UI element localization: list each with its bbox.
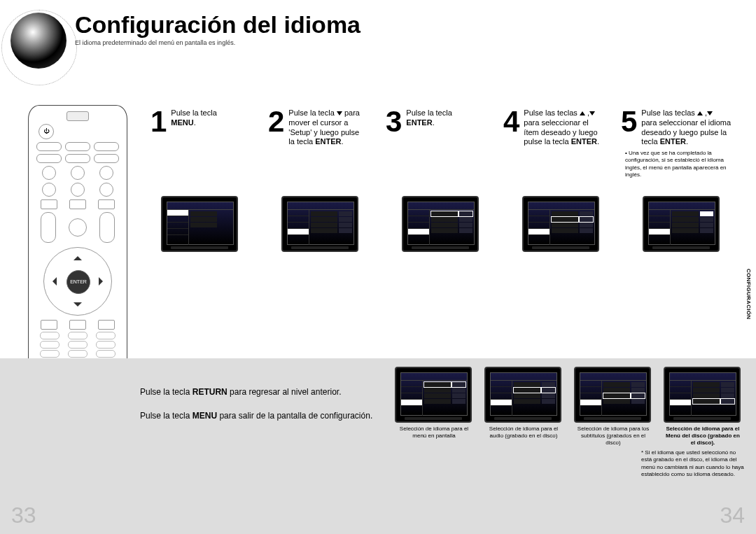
page-subtitle: El idioma predeterminado del menú en pan…	[75, 39, 360, 46]
lower-thumb-2: Selección de idioma para el audio (graba…	[484, 367, 563, 447]
step-1-text: Pulse la teclaMENU.	[171, 108, 216, 128]
step-5-text: Pulse las teclas ,para seleccionar el id…	[641, 108, 731, 147]
return-menu-tips: Pulse la tecla RETURN para regresar al n…	[140, 381, 372, 428]
remote-power-button: ⏻	[38, 124, 54, 139]
lower-thumb-4: Selección de idioma para el Menú del dis…	[664, 367, 742, 447]
step-2: 2 Pulse la tecla paramover el cursor a'S…	[268, 108, 380, 179]
step-2-text: Pulse la tecla paramover el cursor a'Set…	[288, 108, 360, 147]
steps-row: 1 Pulse la teclaMENU. 2 Pulse la tecla p…	[150, 108, 749, 179]
up-arrow-icon	[580, 111, 585, 115]
caption-1: Selección de idioma para el menú en pant…	[395, 426, 473, 440]
caption-3: Selección de idioma para los subtítulos …	[574, 426, 652, 447]
remote-dpad: ENTER	[43, 247, 112, 316]
step-thumbnails	[161, 196, 720, 252]
tip-return: Pulse la tecla RETURN para regresar al n…	[140, 381, 372, 405]
page-number-left: 33	[11, 503, 36, 528]
page-number-right: 34	[720, 503, 745, 528]
lower-thumb-1: Selección de idioma para el menú en pant…	[395, 367, 473, 447]
section-tab: CONFIGURACIÓN	[746, 269, 752, 319]
caption-2: Selección de idioma para el audio (graba…	[484, 426, 563, 440]
tv-thumb-1	[161, 196, 238, 252]
up-arrow-icon	[697, 111, 703, 115]
lower-footnote: Si el idioma que usted seleccionó no est…	[641, 449, 748, 479]
step-5: 5 Pulse las teclas ,para seleccionar el …	[621, 108, 737, 179]
lower-thumb-3: Selección de idioma para los subtítulos …	[574, 367, 652, 447]
page-header: Configuración del idioma El idioma prede…	[10, 13, 360, 69]
lower-band: Pulse la tecla RETURN para regresar al n…	[0, 358, 756, 534]
page: Configuración del idioma El idioma prede…	[0, 0, 756, 534]
down-arrow-icon	[707, 111, 713, 115]
step-5-note: Una vez que se ha completado la configur…	[625, 150, 737, 179]
tv-thumb-3	[402, 196, 479, 252]
step-1: 1 Pulse la teclaMENU.	[150, 108, 262, 179]
tip-menu: Pulse la tecla MENU para salir de la pan…	[140, 405, 372, 428]
caption-4: Selección de idioma para el Menú del dis…	[664, 426, 742, 447]
down-arrow-icon	[589, 111, 595, 115]
remote-illustration: ⏻ ENTER	[28, 105, 127, 400]
step-4: 4 Pulse las teclas ,para seleccionar elí…	[503, 108, 615, 179]
remote-enter-button: ENTER	[66, 270, 90, 294]
speaker-icon	[10, 13, 66, 69]
step-4-text: Pulse las teclas ,para seleccionar elíte…	[524, 108, 599, 147]
tv-thumb-2	[281, 196, 358, 252]
tv-thumb-5	[643, 196, 720, 252]
down-arrow-icon	[337, 111, 342, 115]
page-title: Configuración del idioma	[75, 13, 360, 36]
step-3-text: Pulse la teclaENTER.	[406, 108, 451, 128]
tv-thumb-4	[522, 196, 599, 252]
step-3: 3 Pulse la teclaENTER.	[386, 108, 498, 179]
lower-thumb-row: Selección de idioma para el menú en pant…	[395, 367, 742, 447]
